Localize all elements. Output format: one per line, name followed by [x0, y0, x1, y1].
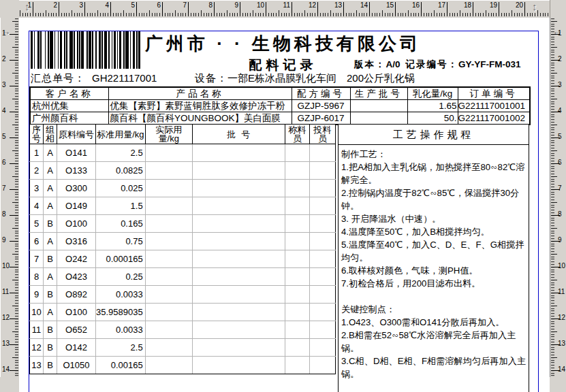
material-row: 1 A O141 2.5: [30, 144, 336, 162]
customer-cell: 杭州优集: [30, 100, 108, 112]
ruler-number: 4: [99, 2, 109, 9]
ruler-major-tick: [447, 2, 447, 16]
actual-qty-cell: [145, 304, 192, 321]
ruler-number: 7: [177, 2, 187, 9]
ruler-number: 5: [2, 133, 6, 140]
ruler-number: 11: [558, 289, 565, 295]
seq-cell: 11: [30, 321, 44, 339]
ruler-mid-ticks: [551, 18, 557, 377]
ruler-number: 20: [514, 2, 523, 9]
feeder-cell: [309, 144, 335, 162]
ruler-number: 10: [255, 2, 264, 9]
margin-arrow-right-icon[interactable]: ↕: [532, 1, 537, 12]
seq-cell: 10: [30, 304, 44, 321]
ruler-number: 19: [488, 2, 497, 9]
actual-qty-cell: [145, 197, 192, 215]
feeder-cell: [309, 339, 335, 357]
ruler-major-tick: [551, 344, 560, 345]
batch-no-cell: [192, 162, 285, 180]
material-table: 序 号 组 相 原料编号 标准用量/kg 实际用量/kg 批号 称料 员 投料 …: [29, 124, 336, 374]
ruler-major-tick: [188, 2, 189, 16]
std-qty-cell: 0.000165: [96, 250, 146, 268]
feeder-cell: [309, 304, 335, 321]
feeder-cell: [309, 321, 335, 339]
ruler-number: 10: [2, 263, 10, 270]
ruler-mid-ticks: [19, 10, 550, 16]
seq-cell: 5: [30, 215, 44, 233]
ruler-number: 13: [332, 2, 342, 9]
phase-cell: B: [44, 357, 57, 374]
order-header-row: 客户名称 产品名称 配方编号 生产批号 乳化量/kg 订单编号: [30, 87, 530, 100]
order-row: 广州颜百科 颜百科【颜百科YOUNGBOOK】美白面膜 GZJP-6017 50…: [30, 112, 530, 125]
ruler-major-tick: [473, 2, 473, 16]
std-qty-cell: 0.25: [96, 268, 146, 286]
std-qty-cell: 2.5: [96, 339, 146, 357]
ruler-number: 13: [2, 340, 10, 347]
order-no-cell: G221117001002: [458, 112, 530, 125]
weigher-cell: [285, 268, 309, 286]
ruler-major-tick: [551, 370, 560, 371]
order-row: 杭州优集 优集【素野】素野蓝铜胜肽多效修护冻干粉 GZJP-5967 1.65 …: [30, 100, 530, 112]
material-row: 10 A O100 35.9589035: [30, 304, 336, 321]
version-line: 版本：A/0记录编号：GY-YF-FM-031: [354, 59, 537, 71]
code-cell: O149: [57, 197, 96, 215]
ruler-major-tick: [343, 2, 344, 16]
batch-no-cell: [192, 250, 285, 268]
ruler-vertical-left: ↔ 1234567891011121314: [0, 18, 20, 377]
phase-cell: A: [44, 144, 57, 162]
phase-cell: B: [44, 250, 57, 268]
material-row: 9 B O892 0.0033: [30, 286, 336, 304]
material-row: 13 B O1050 0.00165: [30, 357, 336, 374]
material-row: 12 B O142 2.5: [30, 339, 336, 357]
std-qty-cell: 0.00165: [96, 357, 146, 374]
seq-cell: 7: [30, 250, 44, 268]
batch-no-cell: [192, 180, 285, 197]
batch-no-cell: [192, 321, 285, 339]
ruler-number: 13: [558, 340, 565, 347]
feeder-cell: [309, 286, 335, 304]
ruler-major-tick: [10, 86, 18, 86]
batch-no-cell: [192, 215, 285, 233]
phase-cell: A: [44, 268, 57, 286]
record-no-value: GY-YF-FM-031: [458, 59, 521, 69]
code-cell: O423: [57, 268, 96, 286]
actual-qty-cell: [145, 215, 192, 233]
feeder-cell: [309, 268, 335, 286]
batch-no-cell: [192, 144, 285, 162]
ruler-major-tick: [551, 34, 560, 35]
ruler-number: 8: [2, 211, 6, 218]
ruler-major-tick: [33, 2, 33, 16]
ruler-corner-top-right: [550, 0, 566, 18]
seq-cell: 8: [30, 268, 44, 286]
ruler-major-tick: [10, 318, 18, 319]
ruler-number: 3: [2, 82, 6, 88]
ruler-number: 12: [558, 314, 565, 321]
seq-cell: 12: [30, 339, 44, 357]
formula-cell: GZJP-6017: [292, 112, 350, 125]
ruler-number: 4: [558, 108, 562, 114]
ruler-major-tick: [551, 241, 560, 242]
material-header-batch: 批号: [192, 125, 285, 144]
ruler-number: 17: [436, 2, 445, 9]
batch-cell: [350, 100, 407, 112]
ruler-number: 6: [2, 159, 6, 166]
ruler-major-tick: [551, 267, 560, 267]
record-no-label: 记录编号：: [406, 59, 459, 69]
ruler-major-tick: [551, 163, 560, 164]
ruler-major-tick: [499, 2, 499, 16]
ruler-major-tick: [10, 267, 18, 267]
actual-qty-cell: [145, 250, 192, 268]
ruler-major-tick: [551, 318, 560, 319]
ruler-number: 8: [203, 2, 213, 9]
code-cell: O100: [57, 304, 96, 321]
ruler-number: 18: [462, 2, 471, 9]
product-cell: 颜百科【颜百科YOUNGBOOK】美白面膜: [108, 112, 292, 125]
order-header-customer: 客户名称: [30, 87, 108, 100]
ruler-major-tick: [369, 2, 370, 16]
ruler-major-tick: [551, 215, 560, 216]
weigher-cell: [285, 180, 309, 197]
order-no-cell: G221117001001: [458, 100, 530, 112]
weigher-cell: [285, 233, 309, 250]
ruler-number: 6: [151, 2, 161, 9]
seq-cell: 9: [30, 286, 44, 304]
